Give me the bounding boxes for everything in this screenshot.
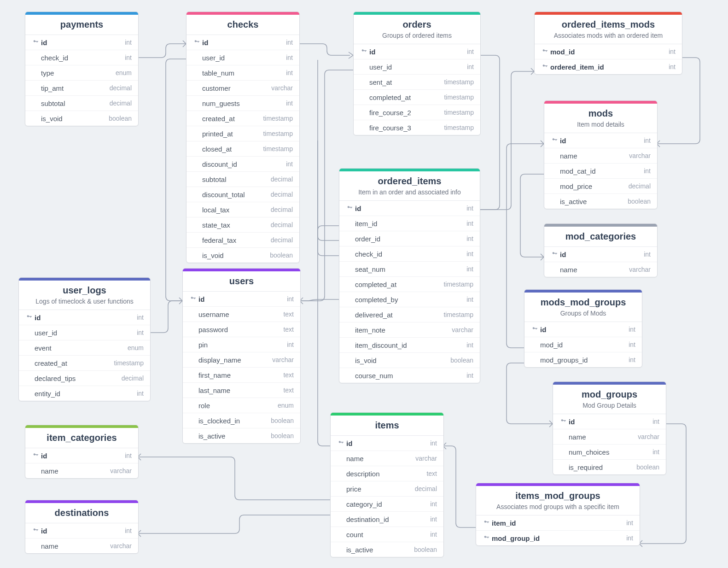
table-destinations[interactable]: destinationsidintnamevarchar [25, 500, 139, 554]
table-row[interactable]: pricedecimal [331, 481, 443, 497]
table-row[interactable]: idint [25, 35, 138, 50]
table-row[interactable]: user_idint [19, 325, 150, 340]
table-row[interactable]: created_attimestamp [19, 356, 150, 371]
table-row[interactable]: check_idint [25, 50, 138, 65]
table-row[interactable]: discount_totaldecimal [186, 187, 299, 202]
table-row[interactable]: is_activeboolean [331, 542, 443, 557]
table-row[interactable]: pinint [183, 337, 300, 352]
table-row[interactable]: completed_attimestamp [354, 90, 480, 105]
table-items_mod_groups[interactable]: items_mod_groupsAssociates mod groups wi… [476, 483, 640, 546]
table-row[interactable]: num_choicesint [553, 445, 666, 460]
table-row[interactable]: subtotaldecimal [25, 96, 138, 111]
table-row[interactable]: display_namevarchar [183, 352, 300, 368]
table-row[interactable]: closed_attimestamp [186, 141, 299, 157]
table-row[interactable]: namevarchar [25, 463, 138, 478]
table-row[interactable]: namevarchar [544, 262, 657, 277]
table-row[interactable]: fire_course_3timestamp [354, 120, 480, 135]
table-row[interactable]: declared_tipsdecimal [19, 371, 150, 386]
table-row[interactable]: idint [25, 523, 138, 539]
table-row[interactable]: state_taxdecimal [186, 217, 299, 233]
table-row[interactable]: customervarchar [186, 81, 299, 96]
table-user_logs[interactable]: user_logsLogs of timeclock & user functi… [18, 277, 151, 401]
table-row[interactable]: tip_amtdecimal [25, 81, 138, 96]
table-ordered_items_mods[interactable]: ordered_items_modsAssociates mods with a… [534, 12, 682, 75]
table-row[interactable]: sent_attimestamp [354, 75, 480, 90]
table-row[interactable]: typeenum [25, 65, 138, 81]
table-row[interactable]: idint [544, 133, 657, 148]
table-row[interactable]: course_numint [339, 368, 480, 383]
table-row[interactable]: mod_idint [535, 44, 682, 59]
table-row[interactable]: roleenum [183, 398, 300, 413]
table-row[interactable]: is_activeboolean [544, 194, 657, 209]
table-row[interactable]: subtotaldecimal [186, 172, 299, 187]
table-row[interactable]: is_voidboolean [186, 248, 299, 263]
table-row[interactable]: federal_taxdecimal [186, 233, 299, 248]
table-row[interactable]: idint [183, 292, 300, 307]
table-row[interactable]: first_nametext [183, 368, 300, 383]
table-row[interactable]: idint [25, 448, 138, 463]
table-row[interactable]: is_requiredboolean [553, 460, 666, 474]
table-row[interactable]: item_discount_idint [339, 338, 480, 353]
table-row[interactable]: is_voidboolean [339, 353, 480, 368]
table-row[interactable]: category_idint [331, 497, 443, 512]
table-users[interactable]: usersidintusernametextpasswordtextpinint… [182, 268, 301, 444]
table-row[interactable]: namevarchar [331, 451, 443, 466]
table-row[interactable]: discount_idint [186, 157, 299, 172]
table-row[interactable]: delivered_attimestamp [339, 307, 480, 322]
table-row[interactable]: check_idint [339, 246, 480, 262]
table-row[interactable]: idint [544, 247, 657, 262]
table-row[interactable]: namevarchar [553, 429, 666, 445]
table-row[interactable]: passwordtext [183, 322, 300, 337]
table-ordered_items[interactable]: ordered_itemsItem in an order and associ… [339, 168, 480, 383]
table-row[interactable]: local_taxdecimal [186, 202, 299, 217]
table-row[interactable]: countint [331, 527, 443, 542]
table-row[interactable]: table_numint [186, 65, 299, 81]
table-row[interactable]: idint [19, 310, 150, 325]
table-mod_groups[interactable]: mod_groupsMod Group Detailsidintnamevarc… [553, 381, 666, 475]
table-row[interactable]: namevarchar [544, 148, 657, 164]
table-row[interactable]: completed_attimestamp [339, 277, 480, 292]
table-mod_categories[interactable]: mod_categoriesidintnamevarchar [544, 223, 658, 277]
table-row[interactable]: idint [553, 414, 666, 429]
table-row[interactable]: mod_cat_idint [544, 164, 657, 179]
table-row[interactable]: mod_idint [524, 337, 642, 352]
table-row[interactable]: created_attimestamp [186, 111, 299, 126]
table-row[interactable]: descriptiontext [331, 466, 443, 481]
table-row[interactable]: item_idint [476, 515, 640, 531]
table-row[interactable]: user_idint [354, 59, 480, 75]
table-row[interactable]: idint [186, 35, 299, 50]
table-row[interactable]: item_idint [339, 216, 480, 231]
table-row[interactable]: order_idint [339, 231, 480, 246]
table-orders[interactable]: ordersGroups of ordered itemsidintuser_i… [353, 12, 481, 135]
table-row[interactable]: idint [339, 201, 480, 216]
table-row[interactable]: is_clocked_inboolean [183, 413, 300, 428]
table-row[interactable]: eventenum [19, 340, 150, 356]
table-row[interactable]: fire_course_2timestamp [354, 105, 480, 120]
table-row[interactable]: idint [354, 44, 480, 59]
table-items[interactable]: itemsidintnamevarchardescriptiontextpric… [330, 412, 444, 557]
table-row[interactable]: ordered_item_idint [535, 59, 682, 74]
table-row[interactable]: is_activeboolean [183, 428, 300, 443]
table-item_categories[interactable]: item_categoriesidintnamevarchar [25, 425, 139, 479]
table-row[interactable]: destination_idint [331, 512, 443, 527]
table-mods_mod_groups[interactable]: mods_mod_groupsGroups of Modsidintmod_id… [524, 289, 642, 368]
table-row[interactable]: item_notevarchar [339, 322, 480, 338]
table-row[interactable]: idint [524, 322, 642, 337]
table-row[interactable]: last_nametext [183, 383, 300, 398]
table-row[interactable]: entity_idint [19, 386, 150, 401]
table-row[interactable]: namevarchar [25, 539, 138, 553]
table-row[interactable]: completed_byint [339, 292, 480, 307]
table-row[interactable]: printed_attimestamp [186, 126, 299, 141]
table-row[interactable]: mod_groups_idint [524, 352, 642, 367]
table-row[interactable]: seat_numint [339, 262, 480, 277]
table-row[interactable]: mod_group_idint [476, 531, 640, 545]
table-row[interactable]: idint [331, 436, 443, 451]
table-row[interactable]: usernametext [183, 307, 300, 322]
table-row[interactable]: user_idint [186, 50, 299, 65]
table-row[interactable]: num_guestsint [186, 96, 299, 111]
table-row[interactable]: is_voidboolean [25, 111, 138, 126]
table-mods[interactable]: modsItem mod detailsidintnamevarcharmod_… [544, 100, 658, 209]
table-checks[interactable]: checksidintuser_idinttable_numintcustome… [186, 12, 300, 263]
table-row[interactable]: mod_pricedecimal [544, 179, 657, 194]
table-payments[interactable]: paymentsidintcheck_idinttypeenumtip_amtd… [25, 12, 139, 126]
